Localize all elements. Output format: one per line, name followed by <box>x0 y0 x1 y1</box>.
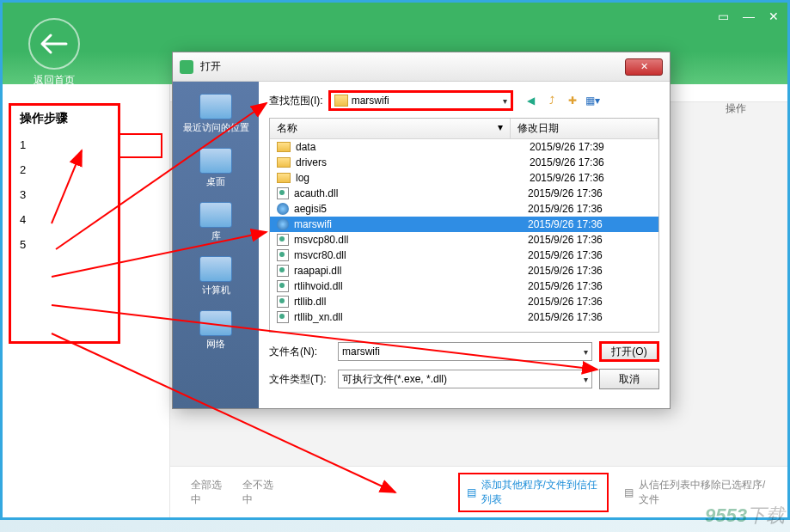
exe-icon <box>277 218 289 230</box>
file-name: msvcp80.dll <box>294 234 528 246</box>
file-row[interactable]: aegisi52015/9/26 17:36 <box>270 201 658 217</box>
file-date: 2015/9/26 17:36 <box>528 218 652 230</box>
file-date: 2015/9/26 17:36 <box>528 249 652 261</box>
computer-icon <box>199 256 232 282</box>
dll-icon <box>277 265 289 277</box>
file-row[interactable]: acauth.dll2015/9/26 17:36 <box>270 186 658 201</box>
filetype-combo[interactable]: 可执行文件(*.exe, *.dll) <box>338 370 592 388</box>
dialog-close-button[interactable]: ✕ <box>625 58 663 76</box>
file-rows[interactable]: data2015/9/26 17:39drivers2015/9/26 17:3… <box>270 139 658 333</box>
step-1: 1 <box>20 138 109 151</box>
folder-icon <box>277 173 291 183</box>
place-network[interactable]: 网络 <box>173 305 259 359</box>
watermark: 9553下载 <box>705 503 785 529</box>
file-date: 2015/9/26 17:36 <box>530 156 652 168</box>
dll-icon <box>277 280 289 292</box>
file-row[interactable]: rtlihvoid.dll2015/9/26 17:36 <box>270 278 658 294</box>
lookin-label: 查找范围(I): <box>269 94 323 108</box>
footer-bar: 全部选中 全不选中 ▤ 添加其他程序/文件到信任列表 ▤ 从信任列表中移除已选程… <box>170 466 787 517</box>
file-name: rtllib.dll <box>294 296 528 308</box>
dialog-titlebar[interactable]: 打开 ✕ <box>173 52 670 82</box>
chevron-down-icon <box>584 373 588 385</box>
up-folder-icon[interactable]: ⤴ <box>544 93 560 108</box>
filename-label: 文件名(N): <box>269 345 331 359</box>
folder-icon <box>277 157 291 168</box>
file-name: data <box>296 141 530 153</box>
filetype-label: 文件类型(T): <box>269 372 331 387</box>
back-arrow-icon <box>28 18 80 70</box>
step-5: 5 <box>20 238 109 251</box>
file-list: 名称 ▾ 修改日期 data2015/9/26 17:39drivers2015… <box>269 118 659 333</box>
file-date: 2015/9/26 17:36 <box>528 187 652 199</box>
dll-icon <box>277 249 289 261</box>
file-name: acauth.dll <box>294 187 528 199</box>
place-desktop[interactable]: 桌面 <box>173 143 259 197</box>
add-to-trust-link[interactable]: ▤ 添加其他程序/文件到信任列表 <box>458 473 609 512</box>
places-bar: 最近访问的位置 桌面 库 计算机 网络 <box>173 82 259 408</box>
network-icon <box>199 310 232 336</box>
dll-icon <box>277 234 289 246</box>
file-name: raapapi.dll <box>294 265 528 277</box>
libraries-icon <box>199 202 232 228</box>
folder-icon <box>277 142 291 152</box>
step-4: 4 <box>20 213 109 226</box>
file-date: 2015/9/26 17:36 <box>528 296 652 308</box>
place-libraries[interactable]: 库 <box>173 197 259 251</box>
file-row[interactable]: rtllib.dll2015/9/26 17:36 <box>270 294 658 309</box>
place-recent[interactable]: 最近访问的位置 <box>173 89 259 143</box>
open-button[interactable]: 打开(O) <box>599 341 659 362</box>
lookin-value: marswifi <box>352 95 389 107</box>
file-date: 2015/9/26 17:36 <box>528 280 652 292</box>
filename-input[interactable]: marswifi <box>338 342 592 361</box>
file-row[interactable]: msvcp80.dll2015/9/26 17:36 <box>270 232 658 248</box>
steps-annotation: 操作步骤 1 2 3 4 5 <box>9 103 120 344</box>
views-icon[interactable]: ▦▾ <box>585 93 601 108</box>
file-date: 2015/9/26 17:36 <box>528 311 652 323</box>
file-name: marswifi <box>294 218 528 230</box>
col-name-header[interactable]: 名称 ▾ <box>270 119 511 138</box>
feedback-icon[interactable]: ▭ <box>718 9 729 23</box>
file-date: 2015/9/26 17:36 <box>530 172 652 184</box>
close-icon[interactable]: ✕ <box>769 9 779 23</box>
file-date: 2015/9/26 17:36 <box>528 265 652 277</box>
select-all-button[interactable]: 全部选中 <box>191 478 227 507</box>
nav-back-icon[interactable]: ◀ <box>524 93 539 108</box>
file-row[interactable]: rtllib_xn.dll2015/9/26 17:36 <box>270 309 658 325</box>
file-open-dialog: 打开 ✕ 最近访问的位置 桌面 库 计算机 网络 查找范围(I): marswi… <box>172 52 671 409</box>
file-row[interactable]: data2015/9/26 17:39 <box>270 139 658 155</box>
file-date: 2015/9/26 17:36 <box>528 203 652 215</box>
dll-icon <box>277 187 289 199</box>
file-row[interactable]: marswifi2015/9/26 17:36 <box>270 217 658 232</box>
file-name: drivers <box>296 156 530 168</box>
lookin-combo[interactable]: marswifi <box>328 90 513 111</box>
file-row[interactable]: log2015/9/26 17:36 <box>270 170 658 186</box>
new-folder-icon[interactable]: ✚ <box>565 93 580 108</box>
sort-icon: ▾ <box>498 121 503 133</box>
dll-icon <box>277 296 289 308</box>
minimize-icon[interactable]: — <box>743 9 755 23</box>
place-computer[interactable]: 计算机 <box>173 251 259 305</box>
file-date: 2015/9/26 17:39 <box>530 141 652 153</box>
deselect-all-button[interactable]: 全不选中 <box>242 478 279 507</box>
steps-title: 操作步骤 <box>20 111 109 126</box>
remove-icon: ▤ <box>624 486 634 498</box>
col-ops-label: 操作 <box>726 101 767 116</box>
desktop-icon <box>199 148 232 174</box>
file-row[interactable]: raapapi.dll2015/9/26 17:36 <box>270 263 658 278</box>
file-name: rtlihvoid.dll <box>294 280 528 292</box>
file-name: log <box>296 172 530 184</box>
recent-icon <box>199 94 232 119</box>
back-button[interactable]: 返回首页 <box>28 18 80 88</box>
file-name: msvcr80.dll <box>294 249 528 261</box>
folder-icon <box>334 95 348 107</box>
file-row[interactable]: drivers2015/9/26 17:36 <box>270 155 658 170</box>
cancel-button[interactable]: 取消 <box>599 369 659 389</box>
file-name: rtllib_xn.dll <box>294 311 528 323</box>
chevron-down-icon <box>503 95 507 107</box>
step-2: 2 <box>20 163 109 176</box>
col-date-header[interactable]: 修改日期 <box>511 119 658 138</box>
file-date: 2015/9/26 17:36 <box>528 234 652 246</box>
add-icon: ▤ <box>467 486 476 498</box>
file-row[interactable]: msvcr80.dll2015/9/26 17:36 <box>270 248 658 263</box>
dialog-title-text: 打开 <box>200 59 221 74</box>
